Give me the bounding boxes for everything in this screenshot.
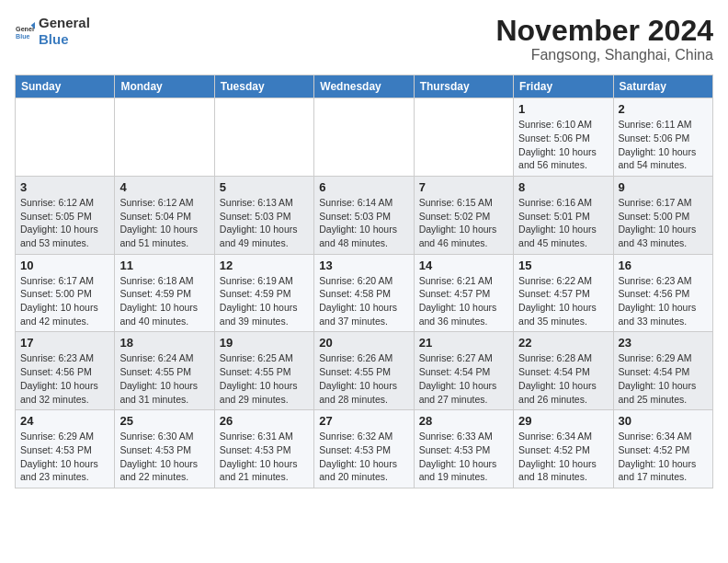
calendar-cell: [16, 98, 115, 177]
calendar-cell: 8Sunrise: 6:16 AM Sunset: 5:01 PM Daylig…: [514, 176, 613, 254]
calendar-table: SundayMondayTuesdayWednesdayThursdayFrid…: [15, 75, 713, 488]
cell-info: Sunrise: 6:17 AM Sunset: 5:00 PM Dayligh…: [20, 274, 109, 328]
day-number: 15: [518, 259, 608, 272]
calendar-cell: 30Sunrise: 6:34 AM Sunset: 4:52 PM Dayli…: [613, 410, 712, 488]
day-number: 21: [419, 336, 508, 350]
day-number: 14: [419, 259, 508, 272]
cell-info: Sunrise: 6:11 AM Sunset: 5:06 PM Dayligh…: [619, 118, 708, 172]
cell-info: Sunrise: 6:13 AM Sunset: 5:03 PM Dayligh…: [220, 196, 309, 250]
page-title: November 2024: [495, 15, 713, 47]
day-number: 2: [619, 102, 708, 116]
calendar-day-header: Sunday: [16, 75, 115, 98]
day-number: 9: [619, 180, 708, 194]
page-subtitle: Fangsong, Shanghai, China: [495, 47, 713, 63]
calendar-cell: 29Sunrise: 6:34 AM Sunset: 4:52 PM Dayli…: [514, 410, 613, 488]
cell-info: Sunrise: 6:29 AM Sunset: 4:54 PM Dayligh…: [619, 351, 708, 406]
calendar-cell: 14Sunrise: 6:21 AM Sunset: 4:57 PM Dayli…: [414, 254, 513, 332]
calendar-cell: 13Sunrise: 6:20 AM Sunset: 4:58 PM Dayli…: [314, 254, 414, 332]
calendar-day-header: Wednesday: [314, 75, 414, 98]
calendar-cell: 7Sunrise: 6:15 AM Sunset: 5:02 PM Daylig…: [414, 176, 513, 254]
cell-info: Sunrise: 6:12 AM Sunset: 5:05 PM Dayligh…: [20, 196, 109, 250]
cell-info: Sunrise: 6:26 AM Sunset: 4:55 PM Dayligh…: [319, 351, 408, 406]
day-number: 25: [119, 414, 209, 428]
calendar-cell: 23Sunrise: 6:29 AM Sunset: 4:54 PM Dayli…: [613, 332, 712, 410]
cell-info: Sunrise: 6:21 AM Sunset: 4:57 PM Dayligh…: [419, 274, 508, 328]
day-number: 19: [220, 336, 309, 350]
calendar-cell: 19Sunrise: 6:25 AM Sunset: 4:55 PM Dayli…: [214, 332, 313, 410]
calendar-day-header: Monday: [115, 75, 214, 98]
svg-text:General: General: [16, 26, 35, 33]
cell-info: Sunrise: 6:18 AM Sunset: 4:59 PM Dayligh…: [119, 274, 209, 328]
day-number: 28: [419, 414, 508, 428]
calendar-day-header: Thursday: [414, 75, 513, 98]
calendar-day-header: Friday: [514, 75, 613, 98]
day-number: 4: [119, 180, 209, 194]
calendar-cell: 22Sunrise: 6:28 AM Sunset: 4:54 PM Dayli…: [514, 332, 613, 410]
day-number: 7: [419, 180, 508, 194]
calendar-cell: 2Sunrise: 6:11 AM Sunset: 5:06 PM Daylig…: [613, 98, 712, 177]
title-block: November 2024 Fangsong, Shanghai, China: [495, 15, 713, 63]
calendar-week-row: 3Sunrise: 6:12 AM Sunset: 5:05 PM Daylig…: [16, 176, 713, 254]
calendar-cell: [414, 98, 513, 177]
calendar-cell: 10Sunrise: 6:17 AM Sunset: 5:00 PM Dayli…: [16, 254, 115, 332]
calendar-cell: 24Sunrise: 6:29 AM Sunset: 4:53 PM Dayli…: [16, 410, 115, 488]
calendar-cell: 5Sunrise: 6:13 AM Sunset: 5:03 PM Daylig…: [214, 176, 313, 254]
day-number: 5: [220, 180, 309, 194]
cell-info: Sunrise: 6:14 AM Sunset: 5:03 PM Dayligh…: [319, 196, 408, 250]
svg-text:Blue: Blue: [16, 33, 30, 40]
day-number: 27: [319, 414, 408, 428]
cell-info: Sunrise: 6:17 AM Sunset: 5:00 PM Dayligh…: [619, 196, 708, 250]
logo-icon: General Blue: [15, 21, 35, 41]
calendar-cell: [314, 98, 414, 177]
cell-info: Sunrise: 6:12 AM Sunset: 5:04 PM Dayligh…: [119, 196, 209, 250]
day-number: 26: [220, 414, 309, 428]
logo: General Blue General Blue: [15, 15, 90, 48]
calendar-cell: 11Sunrise: 6:18 AM Sunset: 4:59 PM Dayli…: [115, 254, 214, 332]
day-number: 16: [619, 259, 708, 272]
day-number: 6: [319, 180, 408, 194]
calendar-cell: 17Sunrise: 6:23 AM Sunset: 4:56 PM Dayli…: [16, 332, 115, 410]
calendar-day-header: Tuesday: [214, 75, 313, 98]
cell-info: Sunrise: 6:33 AM Sunset: 4:53 PM Dayligh…: [419, 430, 508, 484]
cell-info: Sunrise: 6:22 AM Sunset: 4:57 PM Dayligh…: [518, 274, 608, 328]
day-number: 3: [20, 180, 109, 194]
day-number: 13: [319, 259, 408, 272]
calendar-week-row: 10Sunrise: 6:17 AM Sunset: 5:00 PM Dayli…: [16, 254, 713, 332]
day-number: 11: [119, 259, 209, 272]
cell-info: Sunrise: 6:10 AM Sunset: 5:06 PM Dayligh…: [518, 118, 608, 172]
cell-info: Sunrise: 6:24 AM Sunset: 4:55 PM Dayligh…: [119, 351, 209, 406]
cell-info: Sunrise: 6:25 AM Sunset: 4:55 PM Dayligh…: [220, 351, 309, 406]
calendar-cell: 26Sunrise: 6:31 AM Sunset: 4:53 PM Dayli…: [214, 410, 313, 488]
calendar-cell: 9Sunrise: 6:17 AM Sunset: 5:00 PM Daylig…: [613, 176, 712, 254]
cell-info: Sunrise: 6:23 AM Sunset: 4:56 PM Dayligh…: [619, 274, 708, 328]
cell-info: Sunrise: 6:30 AM Sunset: 4:53 PM Dayligh…: [119, 430, 209, 484]
calendar-cell: 3Sunrise: 6:12 AM Sunset: 5:05 PM Daylig…: [16, 176, 115, 254]
cell-info: Sunrise: 6:15 AM Sunset: 5:02 PM Dayligh…: [419, 196, 508, 250]
cell-info: Sunrise: 6:28 AM Sunset: 4:54 PM Dayligh…: [518, 351, 608, 406]
day-number: 18: [119, 336, 209, 350]
day-number: 1: [518, 102, 608, 116]
calendar-cell: 25Sunrise: 6:30 AM Sunset: 4:53 PM Dayli…: [115, 410, 214, 488]
calendar-cell: 6Sunrise: 6:14 AM Sunset: 5:03 PM Daylig…: [314, 176, 414, 254]
calendar-week-row: 24Sunrise: 6:29 AM Sunset: 4:53 PM Dayli…: [16, 410, 713, 488]
page-header: General Blue General Blue November 2024 …: [15, 15, 713, 63]
day-number: 23: [619, 336, 708, 350]
cell-info: Sunrise: 6:32 AM Sunset: 4:53 PM Dayligh…: [319, 430, 408, 484]
cell-info: Sunrise: 6:23 AM Sunset: 4:56 PM Dayligh…: [20, 351, 109, 406]
cell-info: Sunrise: 6:34 AM Sunset: 4:52 PM Dayligh…: [619, 430, 708, 484]
calendar-cell: 20Sunrise: 6:26 AM Sunset: 4:55 PM Dayli…: [314, 332, 414, 410]
cell-info: Sunrise: 6:19 AM Sunset: 4:59 PM Dayligh…: [220, 274, 309, 328]
calendar-cell: [214, 98, 313, 177]
cell-info: Sunrise: 6:27 AM Sunset: 4:54 PM Dayligh…: [419, 351, 508, 406]
calendar-cell: 1Sunrise: 6:10 AM Sunset: 5:06 PM Daylig…: [514, 98, 613, 177]
day-number: 8: [518, 180, 608, 194]
calendar-cell: 18Sunrise: 6:24 AM Sunset: 4:55 PM Dayli…: [115, 332, 214, 410]
cell-info: Sunrise: 6:31 AM Sunset: 4:53 PM Dayligh…: [220, 430, 309, 484]
day-number: 29: [518, 414, 608, 428]
calendar-cell: 21Sunrise: 6:27 AM Sunset: 4:54 PM Dayli…: [414, 332, 513, 410]
day-number: 12: [220, 259, 309, 272]
calendar-cell: [115, 98, 214, 177]
calendar-cell: 12Sunrise: 6:19 AM Sunset: 4:59 PM Dayli…: [214, 254, 313, 332]
calendar-cell: 4Sunrise: 6:12 AM Sunset: 5:04 PM Daylig…: [115, 176, 214, 254]
calendar-day-header: Saturday: [613, 75, 712, 98]
